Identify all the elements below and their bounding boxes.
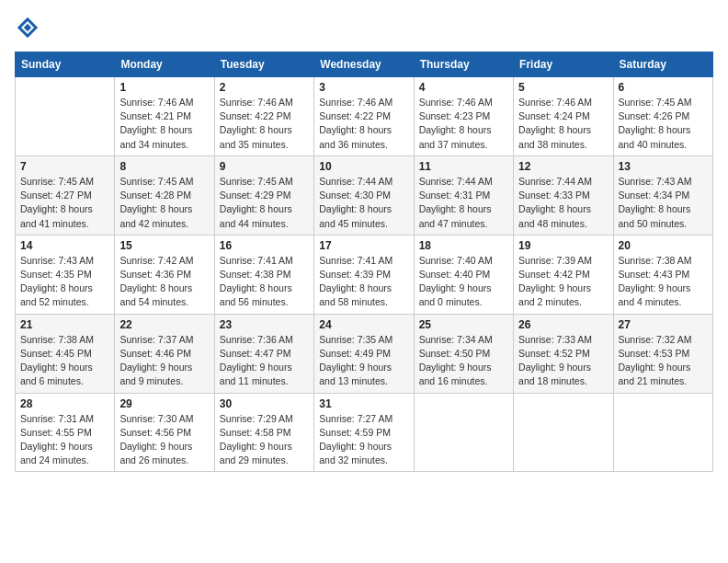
calendar-cell: 13Sunrise: 7:43 AMSunset: 4:34 PMDayligh… — [613, 155, 712, 235]
calendar-cell: 2Sunrise: 7:46 AMSunset: 4:22 PMDaylight… — [214, 77, 313, 156]
calendar-cell: 6Sunrise: 7:45 AMSunset: 4:26 PMDaylight… — [613, 77, 712, 156]
day-info: Sunrise: 7:31 AMSunset: 4:55 PMDaylight:… — [20, 412, 109, 468]
day-number: 15 — [119, 239, 209, 252]
day-number: 21 — [20, 318, 109, 331]
calendar-cell: 4Sunrise: 7:46 AMSunset: 4:23 PMDaylight… — [414, 77, 513, 156]
calendar-cell: 12Sunrise: 7:44 AMSunset: 4:33 PMDayligh… — [514, 155, 613, 235]
day-info: Sunrise: 7:41 AMSunset: 4:39 PMDaylight:… — [319, 254, 408, 310]
weekday-header: Tuesday — [214, 52, 313, 77]
calendar-cell: 23Sunrise: 7:36 AMSunset: 4:47 PMDayligh… — [214, 314, 313, 393]
calendar-cell: 1Sunrise: 7:46 AMSunset: 4:21 PMDaylight… — [115, 77, 214, 156]
calendar-cell: 8Sunrise: 7:45 AMSunset: 4:28 PMDaylight… — [115, 155, 214, 235]
day-info: Sunrise: 7:45 AMSunset: 4:28 PMDaylight:… — [119, 175, 209, 231]
day-info: Sunrise: 7:46 AMSunset: 4:22 PMDaylight:… — [319, 96, 408, 152]
day-info: Sunrise: 7:46 AMSunset: 4:23 PMDaylight:… — [419, 96, 508, 152]
day-info: Sunrise: 7:45 AMSunset: 4:27 PMDaylight:… — [20, 175, 109, 231]
calendar-cell: 9Sunrise: 7:45 AMSunset: 4:29 PMDaylight… — [214, 155, 313, 235]
calendar-cell: 28Sunrise: 7:31 AMSunset: 4:55 PMDayligh… — [16, 393, 115, 472]
day-info: Sunrise: 7:30 AMSunset: 4:56 PMDaylight:… — [119, 412, 209, 468]
day-number: 12 — [518, 160, 608, 173]
day-number: 10 — [319, 160, 408, 173]
day-info: Sunrise: 7:36 AMSunset: 4:47 PMDaylight:… — [220, 333, 309, 389]
day-number: 4 — [419, 81, 508, 94]
weekday-header: Saturday — [613, 52, 712, 77]
page-header — [15, 15, 713, 40]
day-number: 31 — [319, 397, 408, 410]
calendar-cell: 14Sunrise: 7:43 AMSunset: 4:35 PMDayligh… — [16, 235, 115, 314]
day-number: 25 — [419, 318, 508, 331]
day-info: Sunrise: 7:29 AMSunset: 4:58 PMDaylight:… — [220, 412, 309, 468]
day-number: 3 — [319, 81, 408, 94]
day-number: 2 — [220, 81, 309, 94]
day-number: 16 — [220, 239, 309, 252]
day-number: 19 — [518, 239, 608, 252]
day-number: 20 — [619, 239, 708, 252]
day-info: Sunrise: 7:33 AMSunset: 4:52 PMDaylight:… — [518, 333, 608, 389]
day-info: Sunrise: 7:44 AMSunset: 4:33 PMDaylight:… — [518, 175, 608, 231]
day-info: Sunrise: 7:44 AMSunset: 4:30 PMDaylight:… — [319, 175, 408, 231]
calendar-cell: 29Sunrise: 7:30 AMSunset: 4:56 PMDayligh… — [115, 393, 214, 472]
day-number: 30 — [220, 397, 309, 410]
day-info: Sunrise: 7:43 AMSunset: 4:35 PMDaylight:… — [20, 254, 109, 310]
calendar-cell — [613, 393, 712, 472]
day-number: 26 — [518, 318, 608, 331]
day-number: 9 — [220, 160, 309, 173]
day-number: 13 — [619, 160, 708, 173]
calendar-cell — [16, 77, 115, 156]
calendar-cell: 27Sunrise: 7:32 AMSunset: 4:53 PMDayligh… — [613, 314, 712, 393]
day-info: Sunrise: 7:34 AMSunset: 4:50 PMDaylight:… — [419, 333, 508, 389]
calendar-week-row: 14Sunrise: 7:43 AMSunset: 4:35 PMDayligh… — [16, 235, 713, 314]
day-number: 5 — [518, 81, 608, 94]
weekday-header: Sunday — [16, 52, 115, 77]
calendar-header-row: SundayMondayTuesdayWednesdayThursdayFrid… — [16, 52, 713, 77]
calendar-table: SundayMondayTuesdayWednesdayThursdayFrid… — [15, 52, 713, 472]
weekday-header: Thursday — [414, 52, 513, 77]
calendar-week-row: 28Sunrise: 7:31 AMSunset: 4:55 PMDayligh… — [16, 393, 713, 472]
calendar-cell: 10Sunrise: 7:44 AMSunset: 4:30 PMDayligh… — [314, 155, 414, 235]
day-number: 22 — [119, 318, 209, 331]
weekday-header: Friday — [514, 52, 613, 77]
day-info: Sunrise: 7:37 AMSunset: 4:46 PMDaylight:… — [119, 333, 209, 389]
weekday-header: Wednesday — [314, 52, 414, 77]
calendar-cell: 21Sunrise: 7:38 AMSunset: 4:45 PMDayligh… — [16, 314, 115, 393]
day-info: Sunrise: 7:44 AMSunset: 4:31 PMDaylight:… — [419, 175, 508, 231]
calendar-cell: 30Sunrise: 7:29 AMSunset: 4:58 PMDayligh… — [214, 393, 313, 472]
day-number: 17 — [319, 239, 408, 252]
day-number: 27 — [619, 318, 708, 331]
day-number: 8 — [119, 160, 209, 173]
day-number: 28 — [20, 397, 109, 410]
day-info: Sunrise: 7:43 AMSunset: 4:34 PMDaylight:… — [619, 175, 708, 231]
calendar-cell: 17Sunrise: 7:41 AMSunset: 4:39 PMDayligh… — [314, 235, 414, 314]
calendar-cell: 26Sunrise: 7:33 AMSunset: 4:52 PMDayligh… — [514, 314, 613, 393]
calendar-cell: 11Sunrise: 7:44 AMSunset: 4:31 PMDayligh… — [414, 155, 513, 235]
day-info: Sunrise: 7:38 AMSunset: 4:45 PMDaylight:… — [20, 333, 109, 389]
calendar-cell: 19Sunrise: 7:39 AMSunset: 4:42 PMDayligh… — [514, 235, 613, 314]
day-number: 11 — [419, 160, 508, 173]
calendar-cell: 24Sunrise: 7:35 AMSunset: 4:49 PMDayligh… — [314, 314, 414, 393]
day-number: 23 — [220, 318, 309, 331]
day-info: Sunrise: 7:45 AMSunset: 4:29 PMDaylight:… — [220, 175, 309, 231]
calendar-cell: 3Sunrise: 7:46 AMSunset: 4:22 PMDaylight… — [314, 77, 414, 156]
day-number: 7 — [20, 160, 109, 173]
day-number: 6 — [619, 81, 708, 94]
day-info: Sunrise: 7:45 AMSunset: 4:26 PMDaylight:… — [619, 96, 708, 152]
calendar-cell: 7Sunrise: 7:45 AMSunset: 4:27 PMDaylight… — [16, 155, 115, 235]
day-info: Sunrise: 7:42 AMSunset: 4:36 PMDaylight:… — [119, 254, 209, 310]
day-info: Sunrise: 7:35 AMSunset: 4:49 PMDaylight:… — [319, 333, 408, 389]
calendar-cell: 25Sunrise: 7:34 AMSunset: 4:50 PMDayligh… — [414, 314, 513, 393]
calendar-cell: 31Sunrise: 7:27 AMSunset: 4:59 PMDayligh… — [314, 393, 414, 472]
calendar-week-row: 7Sunrise: 7:45 AMSunset: 4:27 PMDaylight… — [16, 155, 713, 235]
calendar-cell — [514, 393, 613, 472]
day-number: 24 — [319, 318, 408, 331]
calendar-cell: 15Sunrise: 7:42 AMSunset: 4:36 PMDayligh… — [115, 235, 214, 314]
day-info: Sunrise: 7:46 AMSunset: 4:21 PMDaylight:… — [119, 96, 209, 152]
day-info: Sunrise: 7:39 AMSunset: 4:42 PMDaylight:… — [518, 254, 608, 310]
day-number: 1 — [119, 81, 209, 94]
calendar-cell — [414, 393, 513, 472]
day-number: 29 — [119, 397, 209, 410]
calendar-cell: 22Sunrise: 7:37 AMSunset: 4:46 PMDayligh… — [115, 314, 214, 393]
day-info: Sunrise: 7:40 AMSunset: 4:40 PMDaylight:… — [419, 254, 508, 310]
day-info: Sunrise: 7:46 AMSunset: 4:24 PMDaylight:… — [518, 96, 608, 152]
calendar-week-row: 21Sunrise: 7:38 AMSunset: 4:45 PMDayligh… — [16, 314, 713, 393]
day-info: Sunrise: 7:46 AMSunset: 4:22 PMDaylight:… — [220, 96, 309, 152]
